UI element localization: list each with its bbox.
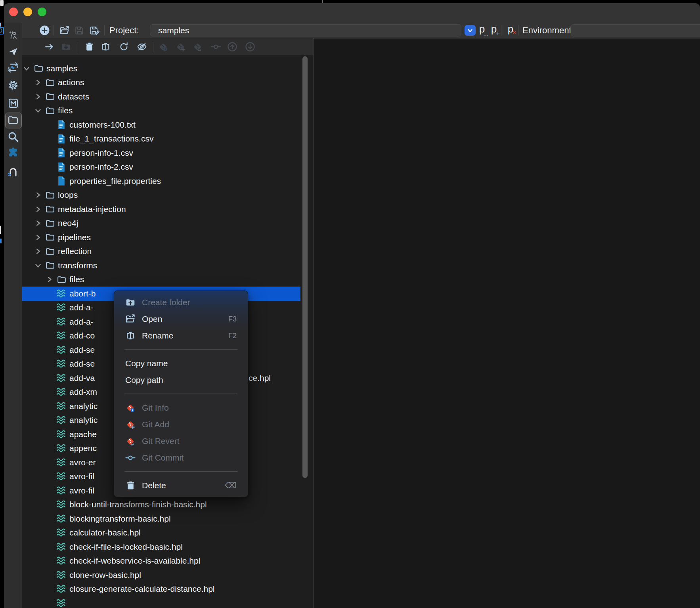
search-icon [7, 131, 19, 143]
tree-item-label: add-va [69, 373, 95, 383]
menu-item-copy-path[interactable]: Copy path [114, 372, 248, 388]
sidebar-item-plugins[interactable] [7, 146, 19, 159]
project-dropdown-button[interactable] [465, 25, 476, 36]
file-text-icon [56, 120, 67, 130]
tree-file-row[interactable]: blockingtransform-basic.hpl [22, 512, 300, 526]
sidebar-item-configuration[interactable] [7, 79, 19, 92]
chevron-down-icon[interactable] [34, 107, 42, 115]
pipeline-icon [56, 598, 67, 608]
tree-file-row[interactable]: closure-generate-calculate-distance.hpl [22, 582, 300, 597]
tree-file-row[interactable]: customers-100.txt [22, 118, 300, 132]
open-button[interactable] [57, 23, 72, 37]
sidebar-item-neo4j[interactable] [7, 165, 19, 178]
scrollbar-thumb[interactable] [302, 56, 308, 478]
chevron-right-icon[interactable] [34, 247, 42, 255]
menu-item-label: Delete [142, 481, 166, 490]
pipeline-icon [56, 387, 67, 397]
tree-item-label: add-co [69, 331, 95, 340]
pipeline-icon [56, 500, 67, 509]
chevron-right-icon[interactable] [45, 275, 54, 283]
chevron-right-icon[interactable] [34, 191, 42, 199]
rename-icon [125, 331, 136, 341]
tree-folder-row[interactable]: samples [22, 61, 300, 76]
tree-file-row[interactable]: block-until-transforms-finish-basic.hpl [22, 498, 300, 512]
tree-folder-row[interactable]: loops [22, 188, 300, 203]
menu-item-delete[interactable]: Delete⌫ [114, 477, 248, 494]
tree-folder-row[interactable]: pipelines [22, 230, 300, 245]
file-text-icon [56, 162, 67, 172]
sidebar-item-execution[interactable] [7, 61, 19, 74]
tree-item-label: abort-b [69, 289, 96, 298]
zoom-button[interactable] [38, 8, 46, 16]
tree-file-row[interactable] [22, 596, 300, 608]
pipeline-icon [56, 486, 67, 495]
tree-folder-row[interactable]: neo4j [22, 216, 300, 231]
menu-item-copy-name[interactable]: Copy name [114, 355, 248, 372]
minimize-button[interactable] [23, 8, 32, 16]
environment-label: Environment: [522, 23, 574, 38]
project-add-button[interactable]: p + [487, 23, 501, 37]
tree-item-label: closure-generate-calculate-distance.hpl [69, 584, 215, 594]
menu-item-rename[interactable]: RenameF2 [114, 327, 248, 344]
chevron-right-icon[interactable] [34, 93, 42, 101]
canvas[interactable] [313, 38, 700, 608]
chevron-right-icon[interactable] [34, 219, 42, 227]
project-delete-button[interactable]: p ✕ [503, 23, 518, 37]
chevron-right-icon[interactable] [34, 205, 42, 213]
chevron-right-icon[interactable] [34, 233, 42, 241]
tree-folder-row[interactable]: files [22, 104, 300, 118]
open-arrow-icon[interactable] [42, 40, 56, 54]
delete-badge: ✕ [512, 29, 517, 36]
context-menu: Create folderOpenF3RenameF2Copy nameCopy… [114, 291, 248, 497]
environment-input[interactable] [570, 24, 700, 36]
sidebar-item-search[interactable] [7, 130, 19, 143]
tree-file-row[interactable]: check-if-webservice-is-available.hpl [22, 554, 300, 568]
tree-file-row[interactable]: file_1_transactions.csv [22, 132, 300, 146]
tree-folder-row[interactable]: actions [22, 76, 300, 90]
chevron-down-icon[interactable] [34, 262, 42, 270]
perspective-sidebar [4, 23, 22, 608]
window-titlebar[interactable] [4, 3, 700, 23]
orchestration-icon [8, 46, 19, 57]
folder-icon [45, 260, 55, 270]
pipeline-icon [56, 472, 67, 481]
delete-icon[interactable] [82, 40, 96, 54]
tree-file-row[interactable]: check-if-file-is-locked-basic.hpl [22, 540, 300, 554]
git-info-icon [125, 403, 136, 413]
refresh-icon[interactable] [117, 40, 130, 54]
save-as-button[interactable] [87, 23, 101, 37]
close-button[interactable] [9, 8, 18, 16]
pipeline-icon [56, 444, 67, 453]
chevron-down-icon[interactable] [22, 65, 31, 73]
sidebar-item-orchestration[interactable] [7, 45, 19, 58]
tree-folder-row[interactable]: reflection [22, 245, 300, 259]
tree-folder-row[interactable]: datasets [22, 90, 300, 104]
tree-folder-row[interactable]: metadata-injection [22, 202, 300, 216]
project-input[interactable]: samples [150, 24, 461, 36]
metadata-icon [8, 98, 19, 109]
tree-file-row[interactable]: clone-row-basic.hpl [22, 568, 300, 582]
pipeline-icon [56, 584, 67, 594]
menu-item-git-revert: Git Revert [114, 433, 248, 449]
pipeline-icon [56, 570, 67, 580]
folder-icon [33, 63, 44, 73]
sidebar-item-file-explorer[interactable] [7, 114, 19, 126]
tree-file-row[interactable]: person-info-1.csv [22, 146, 300, 160]
pipeline-icon [56, 289, 67, 298]
tree-file-row[interactable]: person-info-2.csv [22, 160, 300, 174]
menu-item-label: Git Add [142, 420, 169, 429]
sidebar-item-metadata[interactable] [7, 97, 19, 109]
tree-folder-row[interactable]: transforms [22, 258, 300, 273]
tree-folder-row[interactable]: files [22, 273, 300, 287]
rename-icon[interactable] [99, 40, 112, 54]
tree-file-row[interactable]: calculator-basic.hpl [22, 526, 300, 540]
new-button[interactable] [37, 23, 52, 37]
tree-item-label: pipelines [58, 233, 91, 242]
menu-item-open[interactable]: OpenF3 [114, 311, 248, 327]
app-window: Project: samples p … p + p ✕ Environment… [4, 3, 700, 608]
tree-item-label: avro-er [69, 458, 96, 467]
tree-item-label: add-xm [69, 387, 97, 397]
hide-icon[interactable] [135, 40, 149, 54]
tree-file-row[interactable]: properties_file.properties [22, 174, 300, 188]
chevron-right-icon[interactable] [34, 78, 42, 86]
